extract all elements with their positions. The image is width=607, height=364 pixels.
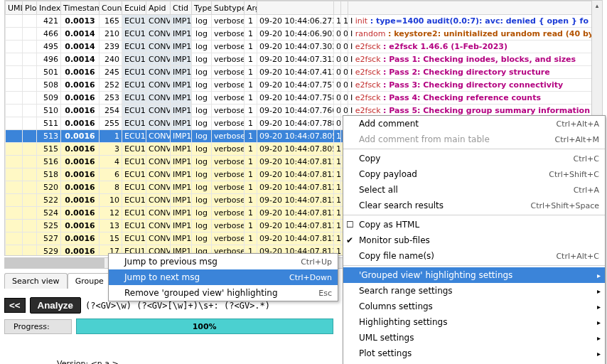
menu-item[interactable]: Add commentCtrl+Alt+A [343, 116, 605, 132]
tab-search-view[interactable]: Search view [4, 273, 68, 289]
version-label: Version: <n.a.> [57, 359, 119, 364]
col-header[interactable] [257, 1, 334, 15]
table-row[interactable]: 5090.0016253ECU1CONVIMP1logverbose109-20… [6, 92, 602, 105]
progress-label: Progress: [4, 319, 72, 334]
col-header[interactable]: Args [245, 1, 257, 15]
tab-grouped-view[interactable]: Groupe [68, 273, 112, 289]
col-header[interactable] [341, 1, 348, 15]
submenu-arrow-icon: ▸ [597, 272, 601, 279]
table-row[interactable]: 4950.0014239ECU1CONVIMP1logverbose109-20… [6, 41, 602, 53]
menu-item[interactable]: Search range settings▸ [343, 283, 605, 299]
menu-item[interactable]: Copy payloadCtrl+Shift+C [343, 166, 605, 182]
submenu-arrow-icon: ▸ [597, 350, 601, 358]
menu-item[interactable]: Select allCtrl+A [343, 182, 605, 198]
back-button[interactable]: << [4, 298, 26, 313]
col-header[interactable]: Subtype [212, 1, 245, 15]
col-header[interactable]: Plot [23, 1, 37, 15]
table-row[interactable]: 4210.0013165ECU1CONVIMP1logverbose109-20… [6, 15, 602, 28]
table-row[interactable]: 5080.0016252ECU1CONVIMP1logverbose109-20… [6, 79, 602, 92]
menu-item[interactable]: Clear search resultsCtrl+Shift+Space [343, 198, 605, 213]
col-header[interactable]: Timestamp [61, 1, 100, 15]
menu-item[interactable]: Jump to next msgCtrl+Down [109, 269, 338, 285]
menu-item[interactable]: ☐Copy as HTML [343, 217, 605, 232]
submenu-arrow-icon: ▸ [597, 287, 601, 295]
menu-item[interactable]: ✔Monitor sub-files [343, 232, 605, 248]
table-row[interactable]: 4660.0014210ECU1CONVIMP1logverbose109-20… [6, 28, 602, 41]
progress-bar: 100% [76, 318, 333, 334]
menu-item[interactable]: Jump to previous msgCtrl+Up [109, 254, 338, 269]
menu-item[interactable]: CopyCtrl+C [343, 151, 605, 166]
col-header[interactable]: Type [192, 1, 212, 15]
menu-item[interactable]: Highlighting settings▸ [343, 314, 605, 330]
menu-item[interactable]: UML settings▸ [343, 330, 605, 346]
menu-item[interactable]: Copy file name(s)Ctrl+Alt+C [343, 248, 605, 264]
menu-item[interactable]: Columns settings▸ [343, 299, 605, 314]
checkbox-icon: ☐ [346, 220, 354, 230]
submenu-arrow-icon: ▸ [597, 303, 601, 311]
col-header[interactable] [334, 1, 341, 15]
regex-display: (?<GV>\w) (?<GV>[\w]+)\s+: (?<GV>.*) [85, 301, 270, 311]
submenu-arrow-icon: ▸ [597, 318, 601, 326]
menu-item[interactable]: Font settings▸ [343, 361, 605, 364]
progress-row: Progress: 100% [4, 318, 333, 334]
checkbox-icon: ✔ [346, 235, 353, 245]
menu-item[interactable]: Remove 'grouped view' highlightingEsc [109, 285, 338, 301]
col-header[interactable]: Index [37, 1, 61, 15]
submenu-arrow-icon: ▸ [597, 334, 601, 342]
col-header[interactable] [348, 1, 602, 15]
col-header[interactable]: UML [6, 1, 23, 15]
table-row[interactable]: 4960.0014240ECU1CONVIMP1logverbose109-20… [6, 53, 602, 66]
menu-item[interactable]: Plot settings▸ [343, 346, 605, 361]
col-header[interactable]: Apid [146, 1, 171, 15]
col-header[interactable]: Ctid [171, 1, 192, 15]
context-menu-jump[interactable]: Jump to previous msgCtrl+UpJump to next … [108, 253, 338, 301]
col-header[interactable]: Ecuid [122, 1, 146, 15]
menu-item[interactable]: 'Grouped view' highlighting settings▸ [343, 267, 605, 283]
scroll-up-icon[interactable]: ▴ [592, 1, 602, 11]
scrollbar-thumb[interactable] [5, 258, 104, 268]
context-menu-main[interactable]: Add commentCtrl+Alt+AAdd comment from ma… [343, 115, 606, 364]
menu-item: Add comment from main tableCtrl+Alt+M [343, 132, 605, 147]
view-tabs: Search view Groupe [4, 273, 112, 289]
col-header[interactable]: Count [100, 1, 122, 15]
table-row[interactable]: 5010.0016245ECU1CONVIMP1logverbose109-20… [6, 66, 602, 79]
analyze-button[interactable]: Analyze [30, 297, 81, 314]
